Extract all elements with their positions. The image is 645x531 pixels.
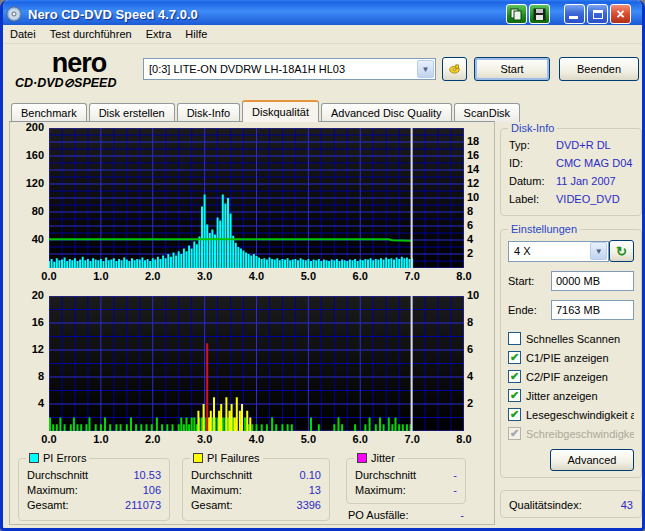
axis-tick-label: 200 <box>26 121 44 133</box>
pi-failures-panel-label: PI Failures <box>207 452 260 464</box>
checkbox-label: Lesegeschwindigkeit an <box>526 409 634 421</box>
checkbox-jitter-anzeigen[interactable]: ✔Jitter anzeigen <box>508 386 634 405</box>
checkbox-lesegeschwindigkeit-an[interactable]: ✔Lesegeschwindigkeit an <box>508 405 634 424</box>
axis-tick-label: 16 <box>467 149 479 161</box>
quality-index-panel: Qualitätsindex: 43 <box>500 490 642 518</box>
axis-tick-label: 8.0 <box>456 433 471 445</box>
disk-info-label: Typ: <box>509 139 556 157</box>
disc-eject-icon <box>449 62 460 76</box>
start-field[interactable] <box>551 271 634 291</box>
pi-errors-legend-swatch <box>29 453 39 463</box>
copy-chart-button[interactable] <box>506 4 527 24</box>
tab-disk-erstellen[interactable]: Disk erstellen <box>89 103 175 122</box>
stat-label: Gesamt: <box>191 499 233 514</box>
start-button[interactable]: Start <box>474 57 550 81</box>
checkbox-c1-pie-anzeigen[interactable]: ✔C1/PIE anzeigen <box>508 348 634 367</box>
chevron-down-icon[interactable]: ▼ <box>590 242 607 260</box>
settings-title: Einstellungen <box>508 223 580 235</box>
speed-right-axis: 18161412108642 <box>466 128 490 268</box>
minimize-button[interactable] <box>564 4 585 24</box>
advanced-button[interactable]: Advanced <box>550 449 634 471</box>
advanced-row: Advanced <box>508 449 634 471</box>
drive-select[interactable]: [0:3] LITE-ON DVDRW LH-18A1H HL03 ▼ <box>143 58 436 80</box>
close-button[interactable]: × <box>610 4 631 24</box>
speed-row: 4 X ▼ ↻ <box>508 240 634 262</box>
pi-failures-plot <box>49 296 464 431</box>
menubar: Datei Test durchführen Extra Hilfe <box>3 25 642 44</box>
checkbox-label: C1/PIE anzeigen <box>526 352 609 364</box>
checkbox-checked-icon[interactable]: ✔ <box>508 351 521 364</box>
axis-tick-label: 2.0 <box>145 270 160 282</box>
tab-disk-info[interactable]: Disk-Info <box>177 103 240 122</box>
disk-info-label: Datum: <box>509 175 556 193</box>
end-field[interactable] <box>551 300 634 320</box>
stat-value: 106 <box>143 484 161 499</box>
stat-label: Maximum: <box>191 484 242 499</box>
speed-select[interactable]: 4 X ▼ <box>508 241 609 262</box>
end-field-label: Ende: <box>508 304 551 316</box>
axis-tick-label: 6.0 <box>353 433 368 445</box>
stat-label: Gesamt: <box>27 499 69 514</box>
app-icon <box>6 6 22 22</box>
pi-failures-chart: 20161284 108642 0.01.02.03.04.05.06.07.0… <box>16 292 492 451</box>
disk-info-row: ID:CMC MAG D04 <box>509 157 633 175</box>
stat-row: Durchschnitt- <box>355 469 457 484</box>
start-field-row: Start: <box>508 271 634 291</box>
axis-tick-label: 1.0 <box>93 270 108 282</box>
tab-advanced-disc-quality[interactable]: Advanced Disc Quality <box>321 103 452 122</box>
maximize-button[interactable] <box>587 4 608 24</box>
refresh-button[interactable]: ↻ <box>609 240 634 262</box>
right-column: Disk-Info Typ:DVD+R DL ID:CMC MAG D04 Da… <box>500 121 642 531</box>
pi-errors-panel-title: PI Errors <box>26 452 89 464</box>
menu-test-durchfuehren[interactable]: Test durchführen <box>43 26 139 42</box>
end-field-row: Ende: <box>508 300 634 320</box>
menu-extra[interactable]: Extra <box>139 26 179 42</box>
checkbox-checked-icon[interactable]: ✔ <box>508 370 521 383</box>
axis-tick-label: 5.0 <box>301 270 316 282</box>
axis-tick-label: 8 <box>467 316 473 328</box>
tab-diskqualitaet[interactable]: Diskqualität <box>242 100 319 122</box>
save-button[interactable] <box>529 4 550 24</box>
axis-tick-label: 4 <box>467 233 473 245</box>
stat-value: 0.10 <box>300 469 321 484</box>
pi-errors-panel-label: PI Errors <box>43 452 86 464</box>
start-field-label: Start: <box>508 275 551 287</box>
axis-tick-label: 0.0 <box>41 270 56 282</box>
stat-row: Maximum:13 <box>191 484 321 499</box>
app-window: Nero CD-DVD Speed 4.7.0.0 × Da <box>0 0 645 531</box>
stat-label: Durchschnitt <box>355 469 416 484</box>
axis-tick-label: 6 <box>467 343 473 355</box>
tab-scandisk[interactable]: ScanDisk <box>454 103 520 122</box>
po-failures-label: PO Ausfälle: <box>348 509 409 521</box>
checkbox-schnelles-scannen[interactable]: Schnelles Scannen <box>508 329 634 348</box>
axis-tick-label: 120 <box>26 177 44 189</box>
jitter-panel-label: Jitter <box>371 452 395 464</box>
eject-button[interactable] <box>442 57 467 81</box>
stat-value: - <box>453 469 457 484</box>
checkbox-unchecked-icon[interactable] <box>508 332 521 345</box>
tab-benchmark[interactable]: Benchmark <box>11 103 87 122</box>
checkbox-checked-icon[interactable]: ✔ <box>508 408 521 421</box>
axis-tick-label: 3.0 <box>197 433 212 445</box>
po-failures-row: PO Ausfälle: - <box>346 509 466 521</box>
save-icon <box>533 8 546 21</box>
pi-errors-panel: PI Errors Durchschnitt10.53 Maximum:106 … <box>18 458 170 521</box>
pi-failures-panel-title: PI Failures <box>190 452 263 464</box>
pi-failures-left-axis: 20161284 <box>16 296 46 431</box>
quit-button[interactable]: Beenden <box>559 57 639 81</box>
checkbox-c2-pif-anzeigen[interactable]: ✔C2/PIF anzeigen <box>508 367 634 386</box>
menu-hilfe[interactable]: Hilfe <box>178 26 214 42</box>
checkbox-checked-icon[interactable]: ✔ <box>508 389 521 402</box>
stat-label: Maximum: <box>27 484 78 499</box>
pi-errors-chart: 2001601208040 18161412108642 0.01.02.03.… <box>16 124 492 288</box>
menu-datei[interactable]: Datei <box>3 26 43 42</box>
checkbox-schreibgeschwindigkei: ✔Schreibgeschwindigkei <box>508 424 634 443</box>
axis-tick-label: 4 <box>467 370 473 382</box>
axis-tick-label: 16 <box>32 316 44 328</box>
quality-index-label: Qualitätsindex: <box>509 499 582 511</box>
chevron-down-icon[interactable]: ▼ <box>417 60 434 78</box>
axis-tick-label: 1.0 <box>93 433 108 445</box>
copy-icon <box>510 8 523 21</box>
toolbar: nero CD·DVD⊘SPEED [0:3] LITE-ON DVDRW LH… <box>3 44 642 100</box>
axis-tick-label: 5.0 <box>301 433 316 445</box>
